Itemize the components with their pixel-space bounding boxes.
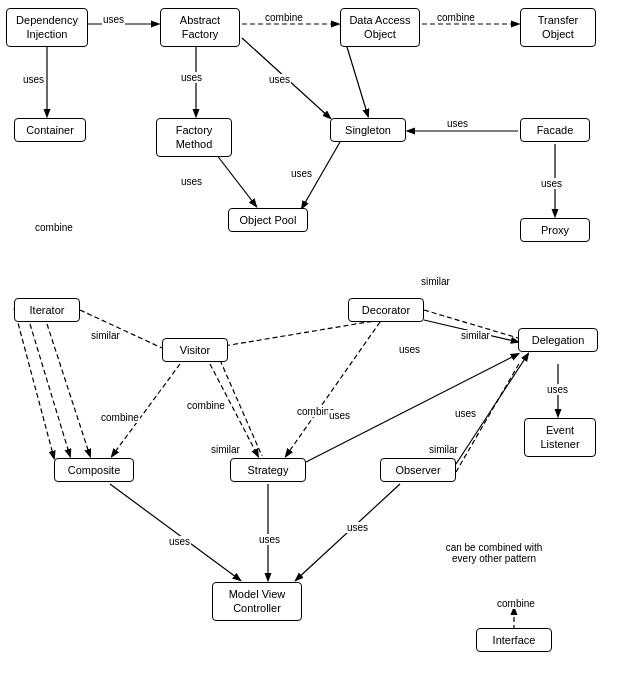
node-factory-method: FactoryMethod <box>156 118 232 157</box>
label-uses-1: uses <box>102 14 125 25</box>
label-combine-3: combine <box>34 222 74 233</box>
svg-line-23 <box>306 354 518 462</box>
node-model-view-controller: Model ViewController <box>212 582 302 621</box>
diagram-container: Dependency Injection AbstractFactory Dat… <box>0 0 620 681</box>
node-decorator: Decorator <box>348 298 424 322</box>
svg-line-21 <box>286 322 380 456</box>
label-uses-9: uses <box>398 344 421 355</box>
label-uses-7: uses <box>290 168 313 179</box>
node-delegation: Delegation <box>518 328 598 352</box>
node-dependency-injection: Dependency Injection <box>6 8 88 47</box>
node-abstract-factory: AbstractFactory <box>160 8 240 47</box>
node-container: Container <box>14 118 86 142</box>
node-facade: Facade <box>520 118 590 142</box>
label-uses-6: uses <box>180 176 203 187</box>
svg-line-19 <box>220 360 262 456</box>
svg-line-12 <box>80 310 162 348</box>
label-uses-10: uses <box>546 384 569 395</box>
label-combine-7: combine <box>496 598 536 609</box>
label-similar-3: similar <box>460 330 491 341</box>
node-composite: Composite <box>54 458 134 482</box>
label-uses-14: uses <box>258 534 281 545</box>
svg-line-9 <box>216 154 256 206</box>
svg-line-15 <box>212 320 380 348</box>
node-proxy: Proxy <box>520 218 590 242</box>
node-interface: Interface <box>476 628 552 652</box>
label-uses-15: uses <box>346 522 369 533</box>
label-uses-5: uses <box>446 118 469 129</box>
svg-line-20 <box>30 324 70 456</box>
node-event-listener: EventListener <box>524 418 596 457</box>
node-data-access-object: Data AccessObject <box>340 8 420 47</box>
label-combine-4: combine <box>100 412 140 423</box>
label-similar-4: similar <box>210 444 241 455</box>
label-combine-2: combine <box>436 12 476 23</box>
label-uses-4: uses <box>268 74 291 85</box>
svg-line-29 <box>14 308 54 458</box>
label-uses-2: uses <box>22 74 45 85</box>
label-uses-3: uses <box>180 72 203 83</box>
node-observer: Observer <box>380 458 456 482</box>
label-uses-13: uses <box>168 536 191 547</box>
node-singleton: Singleton <box>330 118 406 142</box>
label-similar-2: similar <box>420 276 451 287</box>
node-strategy: Strategy <box>230 458 306 482</box>
node-transfer-object: TransferObject <box>520 8 596 47</box>
node-object-pool: Object Pool <box>228 208 308 232</box>
svg-line-11 <box>47 324 90 456</box>
svg-line-25 <box>110 484 240 580</box>
svg-line-17 <box>112 364 180 456</box>
label-combine-1: combine <box>264 12 304 23</box>
label-similar-1: similar <box>90 330 121 341</box>
label-similar-5: similar <box>428 444 459 455</box>
label-combine-5: combine <box>186 400 226 411</box>
label-uses-12: uses <box>454 408 477 419</box>
label-can-be-combined: can be combined withevery other pattern <box>434 542 554 564</box>
label-uses-11: uses <box>328 410 351 421</box>
node-iterator: Iterator <box>14 298 80 322</box>
label-uses-8: uses <box>540 178 563 189</box>
node-visitor: Visitor <box>162 338 228 362</box>
